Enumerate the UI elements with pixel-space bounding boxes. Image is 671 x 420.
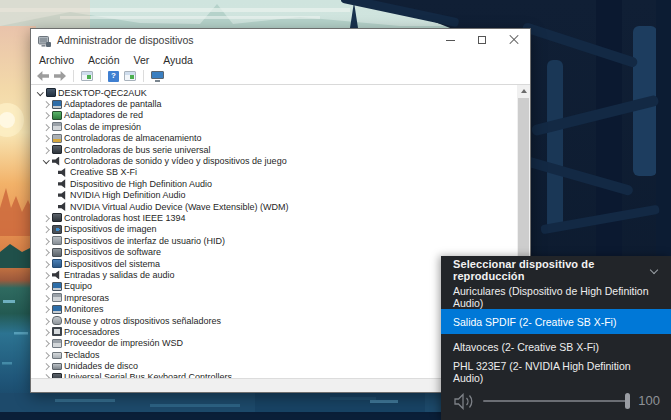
tree-item[interactable]: Controladoras de almacenamiento (31, 133, 517, 144)
volume-slider-thumb[interactable] (625, 393, 630, 409)
menu-ayuda[interactable]: Ayuda (163, 54, 193, 66)
tree-item-label: Teclados (64, 350, 100, 360)
audio-flyout: Seleccionar dispositivo de reproducción … (441, 256, 671, 420)
storage-controller-icon (52, 134, 62, 143)
tree-item[interactable]: Dispositivo de High Definition Audio (31, 178, 517, 189)
computer-icon (46, 88, 56, 97)
wsd-print-provider-icon (52, 339, 62, 348)
monitor-icon (52, 305, 62, 314)
tree-item[interactable]: Controladoras host IEEE 1394 (31, 212, 517, 223)
usb-controller-icon (52, 373, 62, 378)
console-window-icon[interactable] (81, 71, 93, 81)
chevron-collapsed-icon[interactable] (42, 111, 50, 119)
volume-slider[interactable] (483, 384, 630, 420)
playback-device-label: Altavoces (2- Creative SB X-Fi) (453, 341, 599, 353)
toolbar-separator (100, 70, 101, 82)
chevron-collapsed-icon[interactable] (42, 271, 50, 279)
tree-item-label: Dispositivos de imagen (64, 224, 157, 234)
forward-icon[interactable] (54, 71, 66, 81)
volume-row: 100 (441, 384, 671, 420)
chevron-collapsed-icon[interactable] (42, 305, 50, 313)
scan-hardware-changes-icon[interactable] (151, 71, 164, 82)
chevron-collapsed-icon[interactable] (42, 351, 50, 359)
playback-device-list: Auriculares (Dispositivo de High Definit… (441, 284, 671, 384)
keyboard-icon (52, 352, 62, 359)
tree-item[interactable]: Controladoras de bus serie universal (31, 144, 517, 155)
disk-drive-icon (52, 363, 62, 370)
chevron-collapsed-icon[interactable] (42, 225, 50, 233)
chevron-collapsed-icon[interactable] (42, 282, 50, 290)
chevron-collapsed-icon[interactable] (42, 317, 50, 325)
tree-item-label: Proveedor de impresión WSD (64, 338, 183, 348)
chevron-collapsed-icon[interactable] (42, 100, 50, 108)
chevron-down-icon[interactable] (650, 266, 658, 274)
playback-device-item[interactable]: Altavoces (2- Creative SB X-Fi) (441, 334, 671, 359)
toolbar-separator (143, 70, 144, 82)
tree-item[interactable]: Creative SB X-Fi (31, 167, 517, 178)
scrollbar-up-icon[interactable] (517, 85, 530, 97)
chevron-collapsed-icon[interactable] (42, 123, 50, 131)
chevron-expanded-icon[interactable] (42, 157, 50, 165)
chevron-collapsed-icon[interactable] (42, 146, 50, 154)
maximize-button[interactable] (466, 29, 498, 51)
properties-window-icon[interactable] (124, 71, 136, 81)
ieee1394-controller-icon (52, 213, 62, 222)
menu-archivo[interactable]: Archivo (39, 54, 74, 66)
tree-item-label: DESKTOP-QEC2AUK (58, 88, 147, 98)
playback-device-item[interactable]: PHL 323E7 (2- NVIDIA High Definition Aud… (441, 359, 671, 384)
tree-item[interactable]: Dispositivos de interfaz de usuario (HID… (31, 235, 517, 246)
computer-group-icon (52, 282, 62, 291)
tree-item[interactable]: Colas de impresión (31, 121, 517, 132)
tree-item-label: Unidades de disco (64, 361, 138, 371)
chevron-collapsed-icon[interactable] (42, 328, 50, 336)
tree-item-label: Entradas y salidas de audio (64, 270, 175, 280)
tree-item[interactable]: NVIDIA High Definition Audio (31, 190, 517, 201)
hid-device-icon (52, 236, 62, 245)
sound-device-icon (58, 202, 68, 211)
sound-controller-icon (52, 157, 62, 166)
chevron-collapsed-icon[interactable] (42, 248, 50, 256)
menu-bar: Archivo Acción Ver Ayuda (31, 51, 530, 68)
chevron-collapsed-icon[interactable] (42, 260, 50, 268)
playback-device-item[interactable]: Salida SPDIF (2- Creative SB X-Fi) (441, 309, 671, 334)
chevron-collapsed-icon[interactable] (42, 339, 50, 347)
help-icon[interactable]: ? (108, 71, 119, 82)
tree-item[interactable]: Dispositivos de imagen (31, 224, 517, 235)
tree-item-label: Procesadores (64, 327, 120, 337)
network-adapter-icon (52, 111, 62, 120)
chevron-collapsed-icon[interactable] (42, 214, 50, 222)
tree-item[interactable]: Adaptadores de pantalla (31, 98, 517, 109)
chevron-collapsed-icon[interactable] (42, 294, 50, 302)
tree-item-label: Controladoras de almacenamiento (64, 133, 202, 143)
desktop: Administrador de dispositivos Archivo Ac… (0, 0, 671, 420)
system-device-icon (52, 259, 62, 268)
chevron-collapsed-icon[interactable] (42, 237, 50, 245)
device-manager-app-icon (38, 34, 51, 46)
chevron-expanded-icon[interactable] (36, 89, 44, 97)
tree-item[interactable]: Controladoras de sonido y vídeo y dispos… (31, 155, 517, 166)
back-icon[interactable] (37, 71, 49, 81)
menu-ver[interactable]: Ver (134, 54, 150, 66)
menu-accion[interactable]: Acción (88, 54, 120, 66)
tree-item[interactable]: DESKTOP-QEC2AUK (31, 87, 517, 98)
tree-item[interactable]: NVIDIA Virtual Audio Device (Wave Extens… (31, 201, 517, 212)
chevron-collapsed-icon[interactable] (42, 134, 50, 142)
window-titlebar[interactable]: Administrador de dispositivos (31, 29, 530, 51)
sound-device-icon (58, 179, 68, 188)
tree-item-label: Controladoras de sonido y vídeo y dispos… (64, 156, 287, 166)
chevron-collapsed-icon[interactable] (42, 373, 50, 378)
playback-device-item[interactable]: Auriculares (Dispositivo de High Definit… (441, 284, 671, 309)
minimize-button[interactable] (434, 29, 466, 51)
close-button[interactable] (498, 29, 530, 51)
tree-item-label: Controladoras de bus serie universal (64, 145, 211, 155)
tree-item-label: NVIDIA High Definition Audio (70, 190, 186, 200)
toolbar-separator (73, 70, 74, 82)
volume-slider-track[interactable] (483, 400, 630, 402)
tree-item-label: Adaptadores de red (64, 110, 143, 120)
tree-item-label: Monitores (64, 304, 104, 314)
mouse-icon (52, 316, 62, 325)
tree-item[interactable]: Adaptadores de red (31, 110, 517, 121)
window-title: Administrador de dispositivos (57, 34, 194, 46)
speaker-icon[interactable] (453, 393, 475, 410)
chevron-collapsed-icon[interactable] (42, 362, 50, 370)
